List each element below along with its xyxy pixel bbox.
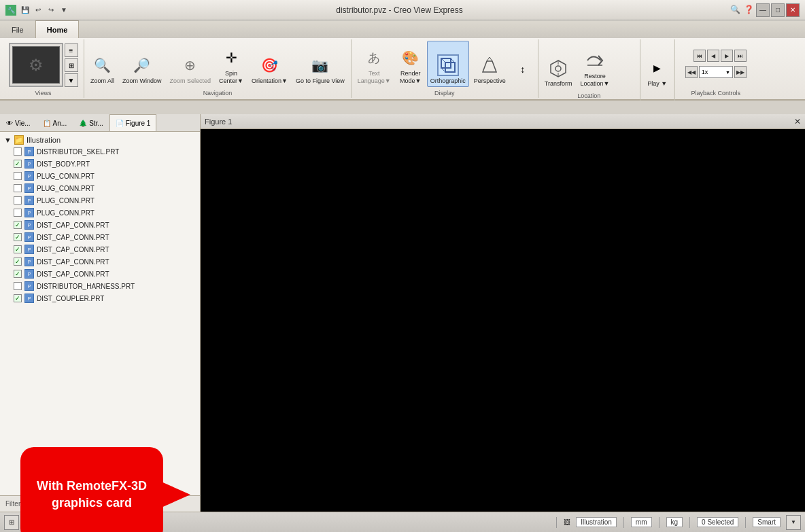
text-language-button[interactable]: あ TextLanguage▼ [354, 41, 394, 87]
view-btn-2[interactable]: ⊞ [65, 58, 78, 72]
play-group: ▶ Play ▼ [640, 39, 675, 101]
part-icon-8: P [24, 245, 34, 254]
item-name-1: DIST_BODY.PRT [37, 160, 90, 168]
view-btn-3[interactable]: ▼ [65, 73, 78, 87]
part-icon-10: P [24, 269, 34, 279]
skip-end-button[interactable]: ⏭ [734, 50, 747, 62]
tree-item-5[interactable]: P PLUG_CONN.PRT [0, 207, 200, 219]
next-frame-button[interactable]: ▶ [721, 50, 733, 62]
panel-tab-figure1[interactable]: 📄 Figure 1 [109, 114, 157, 131]
panel-tab-views[interactable]: 👁 Vie... [0, 114, 37, 131]
checkbox-5[interactable] [14, 209, 22, 217]
tree-item-10[interactable]: ✓ P DIST_CAP_CONN.PRT [0, 268, 200, 280]
search-button[interactable]: 🔍 [729, 3, 741, 16]
tree-item-11[interactable]: P DISTRIBUTOR_HARNESS.PRT [0, 280, 200, 292]
zoom-selected-label: Zoom Selected [170, 77, 211, 85]
speed-down-button[interactable]: ◀◀ [685, 66, 698, 78]
display-group: あ TextLanguage▼ 🎨 RenderMode▼ [352, 39, 538, 98]
checkbox-2[interactable] [14, 172, 22, 180]
part-icon-5: P [24, 208, 34, 217]
go-to-figure-icon: 📷 [309, 54, 331, 76]
restore-location-label: RestoreLocation▼ [580, 73, 609, 88]
checkbox-12[interactable]: ✓ [14, 294, 22, 302]
orthographic-button[interactable]: Orthographic [427, 41, 469, 87]
transform-icon [547, 57, 569, 79]
filter-label: Filter [5, 500, 20, 508]
display-btn-1[interactable]: ↕ [511, 63, 535, 76]
status-dropdown-btn[interactable]: ▼ [786, 515, 801, 530]
quick-access-dropdown[interactable]: ▼ [58, 4, 70, 16]
transform-button[interactable]: Transform [541, 43, 576, 90]
zoom-window-button[interactable]: 🔎 Zoom Window [119, 41, 165, 87]
views-group: ⚙ ≡ ⊞ ▼ Views [3, 39, 84, 98]
zoom-all-button[interactable]: 🔍 Zoom All [87, 41, 118, 87]
tree-item-2[interactable]: P PLUG_CONN.PRT [0, 170, 200, 182]
zoom-all-label: Zoom All [90, 77, 114, 85]
structure-tab-icon: 🌲 [79, 120, 87, 127]
play-button[interactable]: ▶ Play ▼ [643, 43, 672, 90]
speed-up-button[interactable]: ▶▶ [734, 66, 747, 78]
svg-marker-5 [483, 61, 496, 72]
render-mode-button[interactable]: 🎨 RenderMode▼ [396, 41, 426, 87]
panel-tab-annotations[interactable]: 📋 An... [37, 114, 73, 131]
zoom-selected-icon: ⊕ [179, 54, 201, 76]
render-mode-label: RenderMode▼ [400, 70, 421, 85]
perspective-icon [479, 54, 500, 76]
zoom-window-icon: 🔎 [131, 54, 153, 76]
help-button[interactable]: ❓ [742, 3, 755, 16]
checkbox-7[interactable]: ✓ [14, 233, 22, 241]
tree-item-8[interactable]: ✓ P DIST_CAP_CONN.PRT [0, 243, 200, 255]
tree-item-6[interactable]: ✓ P DIST_CAP_CONN.PRT [0, 219, 200, 231]
restore-location-button[interactable]: RestoreLocation▼ [577, 43, 613, 90]
playback-buttons: ⏮ ◀ ▶ ⏭ ◀◀ 1x ▼ ▶▶ [685, 41, 747, 88]
tab-home[interactable]: Home [35, 20, 80, 38]
item-name-8: DIST_CAP_CONN.PRT [37, 246, 109, 253]
minimize-button[interactable]: — [756, 3, 770, 17]
checkbox-11[interactable] [14, 282, 22, 290]
figure-close-icon[interactable]: ✕ [794, 117, 801, 126]
tree-item-12[interactable]: ✓ P DIST_COUPLER.PRT [0, 292, 200, 304]
status-btn-1[interactable]: ⊞ [4, 515, 19, 530]
tree-item-3[interactable]: P PLUG_CONN.PRT [0, 182, 200, 194]
zoom-window-label: Zoom Window [122, 77, 162, 85]
view-btn-1[interactable]: ≡ [65, 43, 78, 57]
undo-button[interactable]: ↩ [32, 4, 44, 16]
spin-center-label: SpinCenter▼ [219, 70, 243, 85]
structure-tab-label: Str... [89, 120, 103, 127]
playback-transport: ⏮ ◀ ▶ ⏭ [693, 50, 747, 62]
checkbox-3[interactable] [14, 184, 22, 192]
figure-header: Figure 1 ✕ [201, 114, 805, 129]
go-to-figure-button[interactable]: 📷 Go to Figure View [292, 41, 348, 87]
tree-item-7[interactable]: ✓ P DIST_CAP_CONN.PRT [0, 231, 200, 243]
checkbox-8[interactable]: ✓ [14, 245, 22, 253]
skip-start-button[interactable]: ⏮ [693, 50, 706, 62]
checkbox-9[interactable]: ✓ [14, 258, 22, 266]
perspective-button[interactable]: Perspective [470, 41, 509, 87]
annotations-tab-icon: 📋 [43, 120, 51, 127]
tree-item-1[interactable]: ✓ P DIST_BODY.PRT [0, 158, 200, 170]
redo-button[interactable]: ↪ [45, 4, 57, 16]
tab-file[interactable]: File [0, 20, 35, 38]
figure1-tab-icon: 📄 [116, 120, 124, 127]
speed-display[interactable]: 1x ▼ [699, 66, 733, 78]
checkbox-10[interactable]: ✓ [14, 270, 22, 278]
tree-item-4[interactable]: P PLUG_CONN.PRT [0, 194, 200, 207]
maximize-button[interactable]: □ [771, 3, 785, 17]
checkbox-4[interactable] [14, 196, 22, 205]
save-button[interactable]: 💾 [19, 4, 31, 16]
zoom-selected-button[interactable]: ⊕ Zoom Selected [167, 41, 215, 87]
close-button[interactable]: ✕ [786, 3, 800, 17]
tree-root-illustration[interactable]: ▼ 📁 Illustration [0, 135, 200, 145]
checkbox-1[interactable]: ✓ [14, 160, 22, 168]
orientation-button[interactable]: 🎯 Orientation▼ [248, 41, 291, 87]
spin-center-button[interactable]: ✛ SpinCenter▼ [216, 41, 247, 87]
svg-line-7 [490, 57, 492, 61]
checkbox-6[interactable]: ✓ [14, 221, 22, 229]
prev-frame-button[interactable]: ◀ [707, 50, 719, 62]
view-thumbnail[interactable]: ⚙ [9, 43, 63, 87]
tree-item-9[interactable]: ✓ P DIST_CAP_CONN.PRT [0, 255, 200, 268]
tree-item-0[interactable]: P DISTRIBUTOR_SKEL.PRT [0, 145, 200, 158]
checkbox-0[interactable] [14, 147, 22, 156]
title-bar: 🔧 💾 ↩ ↪ ▼ distributor.pvz - Creo View Ex… [0, 0, 805, 20]
panel-tab-structure[interactable]: 🌲 Str... [73, 114, 109, 131]
